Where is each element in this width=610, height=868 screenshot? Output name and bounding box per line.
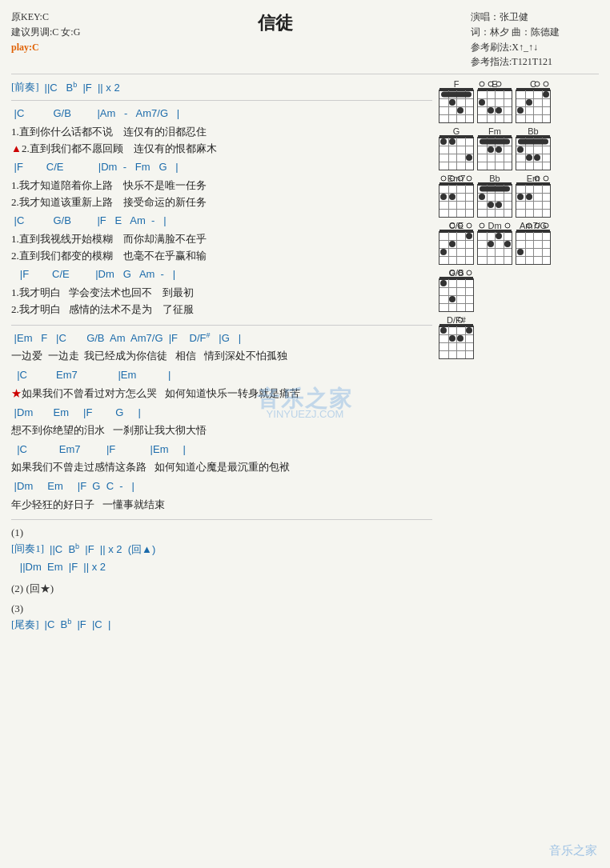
chorus-lyric-5: 年少轻狂的好日子 一懂事就结束 (11, 497, 432, 514)
chorus-chords5: |Dm Em |F G C - | (11, 478, 432, 494)
performer: 演唱：张卫健 (471, 10, 599, 25)
divider-2 (11, 100, 432, 101)
chord-fm-grid (477, 137, 512, 170)
chord-line-4: |F C/E |Dm G Am - | (11, 268, 175, 280)
chorus-chord-2: |C Em7 |Em | (11, 369, 171, 381)
verse1-lyrics1: 1.直到你什么话都不说 连仅有的泪都忍住 ▲2.直到我们都不愿回顾 连仅有的恨都… (11, 124, 432, 158)
chord-am7g-grid (516, 231, 551, 265)
chord-row-5: G/B (439, 268, 599, 312)
outro-chords: [尾奏] |C Bb |F |C | (11, 617, 432, 633)
interlude1-chord-1: ||C Bb |F || x 2 (回▲) (46, 543, 155, 555)
prelude-chords: ||C Bb |F || x 2 (42, 82, 120, 94)
verse1-chords4: |F C/E |Dm G Am - | (11, 266, 432, 282)
chord-dm-grid (477, 231, 512, 265)
chord-f: F (439, 79, 474, 123)
play-key: play:C (11, 40, 80, 55)
recommended-key: 建议男调:C 女:G (11, 25, 80, 40)
page: 原KEY:C 建议男调:C 女:G play:C 信徒 演唱：张卫健 词：林夕 … (0, 0, 610, 868)
chord-am7g: Am7/G (516, 221, 551, 265)
chord-e: E (477, 79, 512, 123)
chorus-chords4: |C Em7 |F |Em | (11, 442, 432, 458)
part-3: (3) [尾奏] |C Bb |F |C | (11, 602, 432, 633)
divider-4 (11, 519, 432, 520)
num-2-label: (2) (回★) (11, 582, 432, 596)
lyric-4-2: 2.我才明白 感情的法术不是为 了征服 (11, 302, 432, 318)
outro-label: [尾奏] (11, 618, 39, 630)
lyric-2-2: 2.我才知道该重新上路 接受命运的新任务 (11, 194, 432, 211)
num-1-label: (1) (11, 526, 432, 539)
outro-chord: |C Bb |F |C | (42, 618, 110, 630)
chord-f-grid (439, 90, 474, 123)
chord-fm: Fm (477, 126, 512, 170)
chord-ce: C/E (439, 221, 474, 265)
chorus-lyric-1: 一边爱 一边走 我已经成为你信徒 相信 情到深处不怕孤独 (11, 348, 432, 365)
chord-ce-grid (439, 231, 474, 265)
chorus-lyrics3: 想不到你绝望的泪水 一刹那让我大彻大悟 (11, 422, 432, 439)
verse1-lyrics3: 1.直到我视线开始模糊 而你却满脸不在乎 2.直到我们都变的模糊 也毫不在乎赢和… (11, 231, 432, 265)
left-content: [前奏] ||C Bb |F || x 2 |C G/B |Am - Am7/G… (11, 79, 432, 634)
chord-e-grid (477, 90, 512, 123)
original-key: 原KEY:C (11, 10, 80, 25)
verse1-lyrics4: 1.我才明白 学会变法术也回不 到最初 2.我才明白 感情的法术不是为 了征服 (11, 285, 432, 318)
strum-info: 参考刷法:X↑_↑↓ 参考指法:T121T121 (471, 40, 599, 69)
num-3-label: (3) (11, 602, 432, 615)
chorus-lyric-2: ★如果我们不曾看过对方怎么哭 如何知道快乐一转身就是痛苦 (11, 386, 432, 402)
interlude1-chord-2: ||Dm Em |F || x 2 (11, 561, 106, 573)
verse1-chords2: |F C/E |Dm - Fm G | (11, 159, 432, 175)
chord-em: Em (516, 174, 551, 218)
verse1-chords1: |C G/B |Am - Am7/G | (11, 106, 432, 122)
chord-row-6: D/F# (439, 315, 599, 359)
chord-g-grid (439, 137, 474, 170)
chord-line-3: |C G/B |F E Am - | (11, 214, 167, 226)
prelude-section: [前奏] ||C Bb |F || x 2 (11, 79, 432, 95)
chord-em-grid (516, 184, 551, 218)
chorus-lyrics1: 一边爱 一边走 我已经成为你信徒 相信 情到深处不怕孤独 (11, 348, 432, 365)
chord-gb-grid (439, 278, 474, 312)
chorus-chord-4: |C Em7 |F |Em | (11, 443, 186, 455)
interlude1-label: [间奏1] (11, 543, 44, 555)
chorus-lyric-4: 如果我们不曾走过感情这条路 如何知道心魔是最沉重的包袱 (11, 459, 432, 476)
chorus-chords2: |C Em7 |Em | (11, 367, 432, 383)
header-left: 原KEY:C 建议男调:C 女:G play:C (11, 10, 80, 69)
interlude1-chords: [间奏1] ||C Bb |F || x 2 (回▲) (11, 541, 432, 557)
chorus-lyric-3: 想不到你绝望的泪水 一刹那让我大彻大悟 (11, 422, 432, 439)
lyric-3-2: 2.直到我们都变的模糊 也毫不在乎赢和输 (11, 248, 432, 265)
chord-row-1: F (439, 79, 599, 123)
lyric-1-2: ▲2.直到我们都不愿回顾 连仅有的恨都麻木 (11, 141, 432, 158)
divider-1 (11, 74, 599, 74)
chorus-lyrics5: 年少轻狂的好日子 一懂事就结束 (11, 497, 432, 514)
chord-em7-grid (439, 184, 474, 218)
interlude-1: (1) [间奏1] ||C Bb |F || x 2 (回▲) ||Dm Em … (11, 526, 432, 574)
chord-bb: Bb (516, 126, 551, 170)
chord-c-grid (516, 90, 551, 123)
chord-bb2-grid (477, 184, 512, 218)
chord-row-2: G Fm (439, 126, 599, 170)
chorus-lyrics2: ★如果我们不曾看过对方怎么哭 如何知道快乐一转身就是痛苦 (11, 386, 432, 402)
chord-dfs-grid (439, 326, 474, 359)
chorus-chords1: |Em F |C G/B Am Am7/G |F D/F# |G | (11, 330, 432, 346)
fingering-label: 参考指法:T121T121 (471, 54, 599, 69)
verse1-lyrics2: 1.我才知道陪着你上路 快乐不是唯一任务 2.我才知道该重新上路 接受命运的新任… (11, 178, 432, 211)
verse1-chords3: |C G/B |F E Am - | (11, 213, 432, 229)
interlude1-chords2: ||Dm Em |F || x 2 (11, 559, 432, 575)
chord-line-2: |F C/E |Dm - Fm G | (11, 161, 179, 173)
credits: 词：林夕 曲：陈德建 (471, 25, 599, 40)
lyric-4-1: 1.我才明白 学会变法术也回不 到最初 (11, 285, 432, 302)
chord-g: G (439, 126, 474, 170)
lyric-1-1: 1.直到你什么话都不说 连仅有的泪都忍住 (11, 124, 432, 141)
header: 原KEY:C 建议男调:C 女:G play:C 信徒 演唱：张卫健 词：林夕 … (11, 10, 599, 69)
chord-row-3: Em7 (439, 174, 599, 218)
lyric-2-1: 1.我才知道陪着你上路 快乐不是唯一任务 (11, 178, 432, 194)
chorus-chords3: |Dm Em |F G | (11, 405, 432, 421)
chord-c: C (516, 79, 551, 123)
chord-gb: G/B (439, 268, 474, 312)
song-title: 信徒 (80, 11, 471, 69)
prelude-label: [前奏] (11, 82, 39, 94)
chord-bb-grid (516, 137, 551, 170)
chord-dfs: D/F# (439, 315, 474, 359)
chord-diagrams-panel: F (439, 79, 599, 634)
chorus-chord-3: |Dm Em |F G | (11, 406, 141, 418)
chorus-chord-1: |Em F |C G/B Am Am7/G |F D/F# |G | (11, 332, 241, 344)
main-content: [前奏] ||C Bb |F || x 2 |C G/B |Am - Am7/G… (11, 79, 599, 634)
lyric-3-1: 1.直到我视线开始模糊 而你却满脸不在乎 (11, 231, 432, 248)
